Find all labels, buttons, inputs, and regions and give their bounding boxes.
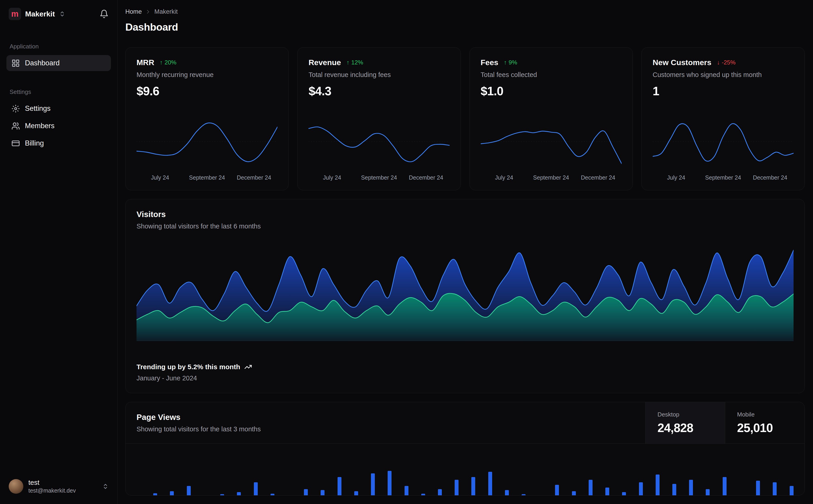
chevron-right-icon [145,9,151,15]
workspace-switcher[interactable]: m Makerkit [6,8,111,20]
stat-card-fees: Fees ↑9% Total fees collected $1.0 July … [469,47,633,190]
mrr-sparkline-chart [136,113,278,170]
x-axis-labels: July 24September 24December 24 [653,174,794,181]
stat-delta: ↑12% [347,59,363,66]
stat-subtitle: Total fees collected [481,71,622,79]
stat-title: Revenue [309,58,341,67]
sidebar-item-label: Billing [25,139,44,147]
mobile-value: 25,010 [737,421,793,435]
sidebar-item-billing[interactable]: Billing [6,135,111,151]
stat-title: MRR [136,58,154,67]
bell-icon[interactable] [99,9,109,19]
breadcrumb-current[interactable]: Makerkit [154,8,178,15]
workspace-name: Makerkit [25,10,55,18]
layout-grid-icon [11,59,20,67]
visitors-trend-text: Trending up by 5.2% this month [136,363,240,371]
breadcrumb: Home Makerkit [125,8,805,15]
user-name: test [28,479,76,486]
stat-card-mrr: MRR ↑20% Monthly recurring revenue $9.6 … [125,47,289,190]
page-views-bar-chart [136,444,794,495]
visitors-subtitle: Showing total visitors for the last 6 mo… [136,223,794,230]
page-views-title: Page Views [136,413,635,422]
sidebar-item-label: Dashboard [25,59,60,67]
page-title: Dashboard [125,21,805,33]
stat-delta: ↓-25% [717,59,736,66]
fees-sparkline-chart [481,113,622,170]
stat-card-new-customers: New Customers ↓-25% Customers who signed… [642,47,805,190]
mobile-stat-toggle[interactable]: Mobile 25,010 [725,402,805,443]
stat-cards-row: MRR ↑20% Monthly recurring revenue $9.6 … [125,47,805,190]
user-meta: test test@makerkit.dev [28,479,76,494]
users-icon [11,122,20,130]
section-label-application: Application [10,43,108,50]
stat-value: 1 [653,84,794,98]
trend-arrow-icon: ↑ [504,59,507,66]
sidebar: m Makerkit Application Dashboard Setting… [0,0,117,504]
user-email: test@makerkit.dev [28,487,76,494]
main-content: Home Makerkit Dashboard MRR ↑20% Monthly… [117,0,813,504]
sidebar-item-label: Members [25,122,54,130]
sidebar-item-label: Settings [25,104,50,113]
breadcrumb-home[interactable]: Home [125,8,142,15]
credit-card-icon [11,139,20,148]
visitors-footer: Trending up by 5.2% this month January -… [136,363,794,382]
stat-value: $4.3 [309,84,449,98]
sidebar-item-settings[interactable]: Settings [6,101,111,117]
sidebar-item-dashboard[interactable]: Dashboard [6,55,111,71]
visitors-area-chart [136,243,794,341]
page-views-card: Page Views Showing total visitors for th… [125,402,805,496]
new-customers-sparkline-chart [653,113,794,170]
trend-arrow-icon: ↑ [159,59,162,66]
visitors-title: Visitors [136,210,794,219]
stat-title: Fees [481,58,498,67]
page-views-subtitle: Showing total visitors for the last 3 mo… [136,425,635,433]
sidebar-item-members[interactable]: Members [6,118,111,134]
x-axis-labels: July 24September 24December 24 [481,174,622,181]
desktop-stat-toggle[interactable]: Desktop 24,828 [646,402,725,443]
section-label-settings: Settings [10,88,108,95]
gear-icon [11,104,20,113]
trend-arrow-icon: ↑ [347,59,349,66]
chevrons-up-down-icon[interactable] [102,483,109,490]
x-axis-labels: July 24September 24December 24 [309,174,449,181]
stat-card-revenue: Revenue ↑12% Total revenue including fee… [297,47,461,190]
stat-title: New Customers [653,58,712,67]
desktop-value: 24,828 [658,421,713,435]
page-views-header: Page Views Showing total visitors for th… [125,402,805,444]
makerkit-logo[interactable]: m [9,8,21,20]
stat-subtitle: Total revenue including fees [309,71,449,79]
stat-delta: ↑20% [159,59,176,66]
stat-value: $9.6 [136,84,278,98]
stat-delta: ↑9% [504,59,517,66]
stat-subtitle: Monthly recurring revenue [136,71,278,79]
desktop-label: Desktop [658,411,713,418]
visitors-card: Visitors Showing total visitors for the … [125,199,805,393]
stat-value: $1.0 [481,84,622,98]
visitors-date-range: January - June 2024 [136,374,794,382]
trend-arrow-icon: ↓ [717,59,720,66]
stat-subtitle: Customers who signed up this month [653,71,794,79]
trending-up-icon [244,363,252,371]
x-axis-labels: July 24September 24December 24 [136,174,278,181]
revenue-sparkline-chart [309,113,449,170]
user-menu[interactable]: test test@makerkit.dev [6,476,111,496]
chevrons-up-down-icon[interactable] [59,11,65,17]
mobile-label: Mobile [737,411,793,418]
avatar [9,479,23,494]
